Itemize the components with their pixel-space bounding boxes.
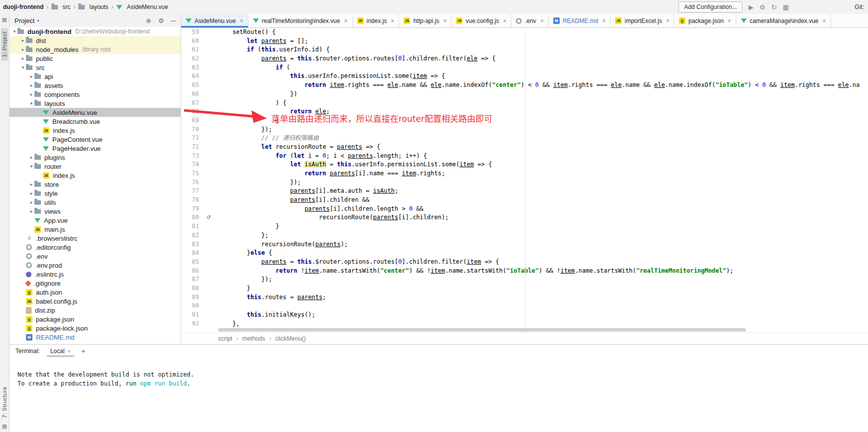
tree-item[interactable]: MREADME.md: [9, 333, 181, 342]
tree-item[interactable]: .eslintrc.js: [9, 270, 181, 279]
restore-windows-icon[interactable]: [2, 423, 7, 430]
tree-item[interactable]: ▸plugins: [9, 153, 181, 162]
tree-item[interactable]: .env.prod: [9, 261, 181, 270]
close-icon[interactable]: ×: [391, 17, 394, 24]
tree-item[interactable]: {}package-lock.json: [9, 324, 181, 333]
chevron-down-icon[interactable]: ▾: [28, 101, 34, 106]
chevron-right-icon[interactable]: ▸: [28, 200, 34, 205]
code-line[interactable]: 86 return !item.name.startsWith("center"…: [181, 267, 868, 276]
tree-item[interactable]: dist.zip: [9, 306, 181, 315]
code-line[interactable]: 66 }): [181, 90, 868, 99]
chevron-right-icon[interactable]: ▸: [28, 155, 34, 160]
tool-window-grid-icon[interactable]: [2, 16, 7, 23]
structure-tool-button[interactable]: 7: Structure: [1, 387, 7, 418]
layout-icon[interactable]: ▦: [783, 3, 789, 11]
code-line[interactable]: 81 }: [181, 222, 868, 231]
breadcrumb-item[interactable]: duoji-frontend: [3, 3, 43, 10]
code-line[interactable]: 70 });: [181, 125, 868, 134]
code-line[interactable]: 62 parents = this.$router.options.routes…: [181, 54, 868, 63]
code-line[interactable]: 77 parents[i].meta.auth = isAuth;: [181, 187, 868, 196]
close-icon[interactable]: ×: [728, 17, 731, 24]
tree-item[interactable]: JSindex.js: [9, 171, 181, 180]
chevron-down-icon[interactable]: ▾: [28, 164, 34, 169]
editor-tab[interactable]: cameraManage\index.vue×: [736, 14, 831, 27]
code-line[interactable]: 65 return item.rights === ele.name && el…: [181, 81, 868, 90]
close-icon[interactable]: ×: [666, 17, 669, 24]
tree-item[interactable]: JSmain.js: [9, 225, 181, 234]
editor-tab[interactable]: AsideMenu.vue×: [181, 14, 248, 27]
chevron-right-icon[interactable]: ▸: [28, 209, 34, 214]
tree-item[interactable]: {}package.json: [9, 315, 181, 324]
chevron-right-icon[interactable]: ▸: [28, 83, 34, 88]
code-line[interactable]: 85 parents = this.$router.options.routes…: [181, 258, 868, 267]
tree-item[interactable]: ▸api: [9, 72, 181, 81]
tree-item[interactable]: JSindex.js: [9, 126, 181, 135]
tree-item[interactable]: .env: [9, 252, 181, 261]
code-line[interactable]: 67 ) {: [181, 99, 868, 108]
code-line[interactable]: 61 if (this.userInfo.id) {: [181, 45, 868, 54]
close-icon[interactable]: ×: [344, 17, 348, 24]
code-line[interactable]: 74 let isAuth = this.userInfo.permission…: [181, 160, 868, 169]
chevron-right-icon[interactable]: ▸: [28, 92, 34, 97]
code-line[interactable]: 92 },: [181, 320, 868, 329]
close-icon[interactable]: ×: [67, 348, 70, 354]
chevron-right-icon[interactable]: ▸: [28, 191, 34, 196]
code-line[interactable]: 79 parents[i].children.length > 0 &&: [181, 205, 868, 214]
code-line[interactable]: 90: [181, 302, 868, 311]
breadcrumb-item[interactable]: AsideMenu.vue: [116, 3, 168, 10]
editor-tab[interactable]: MREADME.md×: [549, 14, 611, 27]
chevron-down-icon[interactable]: ▾: [11, 29, 17, 34]
tree-item[interactable]: ▸node_moduleslibrary root: [9, 45, 181, 54]
tree-item[interactable]: ▾duoji-frontendD:\zheheWeb\duoji-fronten…: [9, 27, 181, 36]
tree-item[interactable]: App.vue: [9, 216, 181, 225]
code-line[interactable]: 87 });: [181, 275, 868, 284]
code-line[interactable]: 59 setRoute() {: [181, 28, 868, 37]
chevron-right-icon[interactable]: ▸: [28, 74, 34, 79]
tree-item[interactable]: PageHeader.vue: [9, 144, 181, 153]
code-line[interactable]: 72 let recursionRoute = parents => {: [181, 143, 868, 152]
code-line[interactable]: 73 for (let i = 0; i < parents.length; i…: [181, 152, 868, 161]
code-line[interactable]: 63 if (: [181, 63, 868, 72]
code-line[interactable]: 76 });: [181, 178, 868, 187]
close-icon[interactable]: ×: [602, 17, 606, 24]
chevron-down-icon[interactable]: ▾: [37, 18, 39, 23]
project-tool-button[interactable]: 1: Project: [1, 28, 8, 60]
editor-tab[interactable]: {}package.json×: [674, 14, 736, 27]
breadcrumb-item[interactable]: script: [218, 335, 232, 342]
tree-item[interactable]: {}auth.json: [9, 288, 181, 297]
editor-tab[interactable]: JShttp-api.js×: [399, 14, 451, 27]
code-line[interactable]: 71 // // 递归权限路由: [181, 134, 868, 143]
horizontal-scrollbar[interactable]: [218, 328, 746, 332]
code-line[interactable]: 91 this.initialKeys();: [181, 311, 868, 320]
tree-item[interactable]: JSbabel.config.js: [9, 297, 181, 306]
code-line[interactable]: 78 parents[i].children &&: [181, 196, 868, 205]
chevron-down-icon[interactable]: ▾: [20, 65, 26, 70]
settings-icon[interactable]: ⚙: [158, 17, 164, 24]
editor-tab[interactable]: JSindex.js×: [353, 14, 400, 27]
terminal-tab-local[interactable]: Local ×: [47, 346, 74, 357]
terminal-output[interactable]: Note that the development build is not o…: [9, 357, 868, 388]
sync-icon[interactable]: ↻: [771, 3, 777, 11]
close-icon[interactable]: ×: [503, 17, 506, 24]
tree-item[interactable]: ▸style: [9, 189, 181, 198]
run-icon[interactable]: ▶: [748, 3, 753, 11]
tree-item[interactable]: ≡.browserslistrc: [9, 234, 181, 243]
code-line[interactable]: 89 this.routes = parents;: [181, 293, 868, 302]
code-line[interactable]: 60 let parents = [];: [181, 37, 868, 46]
code-line[interactable]: 82 };: [181, 231, 868, 240]
close-icon[interactable]: ×: [443, 17, 446, 24]
close-icon[interactable]: ×: [823, 17, 826, 24]
tree-item[interactable]: .editorconfig: [9, 243, 181, 252]
tree-item[interactable]: Breadcrumb.vue: [9, 117, 181, 126]
tree-item[interactable]: ▾src: [9, 63, 181, 72]
tree-item[interactable]: .gitignore: [9, 279, 181, 288]
editor-tab[interactable]: JSimportExcel.js×: [611, 14, 674, 27]
tree-item[interactable]: ▸public: [9, 54, 181, 63]
chevron-right-icon[interactable]: ▸: [28, 182, 34, 187]
chevron-right-icon[interactable]: ▸: [20, 47, 26, 52]
editor-tab[interactable]: JSvue.config.js×: [451, 14, 511, 27]
code-line[interactable]: 88 }: [181, 284, 868, 293]
chevron-right-icon[interactable]: ▸: [20, 38, 26, 43]
close-icon[interactable]: ×: [540, 17, 544, 24]
tree-item[interactable]: ▾layouts: [9, 99, 181, 108]
